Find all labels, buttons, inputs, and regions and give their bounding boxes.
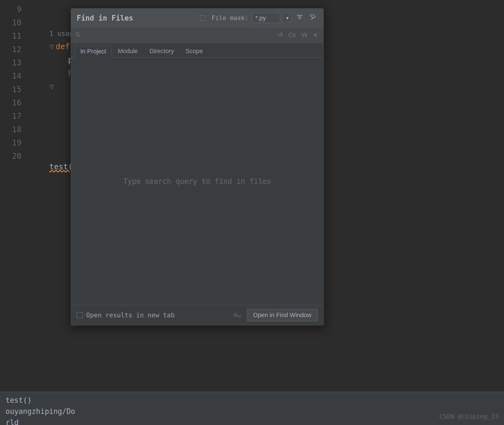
line-num-16: 16 [0, 96, 26, 110]
file-mask-dropdown[interactable]: ▾ [284, 14, 291, 23]
line-num-18: 18 [0, 123, 26, 136]
match-case-btn[interactable]: Cc [287, 30, 298, 40]
status-path-1: test() [6, 395, 498, 406]
line-num-11: 11 [0, 29, 26, 43]
open-in-find-window-btn[interactable]: Open in Find Window [247, 309, 318, 321]
fold-icon-2: ▽ [49, 82, 54, 91]
dialog-footer: Open results in new tab ⌘↵ Open in Find … [71, 305, 323, 325]
line-num-14: 14 [0, 70, 26, 83]
tab-module[interactable]: Module [113, 45, 143, 57]
open-new-tab-checkbox[interactable] [77, 312, 83, 318]
search-icon [75, 32, 81, 39]
status-path-3: rld [6, 417, 498, 425]
tab-in-project[interactable]: In Project [75, 45, 111, 58]
line-numbers: 9 10 11 12 13 14 15 16 17 18 19 20 [0, 0, 26, 425]
open-new-tab-label: Open results in new tab [86, 312, 175, 319]
search-actions: ↺ Cc W ∗ [276, 30, 320, 40]
status-path-2: ouyangzhiping/Do [6, 406, 498, 417]
svg-point-1 [76, 32, 79, 35]
line-num-20: 20 [0, 150, 26, 163]
file-mask-checkbox[interactable] [200, 15, 206, 21]
watermark: CSDN @Chiping_23 [440, 413, 498, 420]
whole-word-btn[interactable]: W [300, 30, 309, 40]
tab-directory[interactable]: Directory [144, 45, 179, 57]
line-num-19: 19 [0, 136, 26, 150]
titlebar-right: File mask: ▾ [200, 13, 318, 23]
search-input[interactable] [83, 31, 276, 39]
dialog-titlebar: Find in Files File mask: ▾ [71, 9, 323, 28]
results-area: Type search query to find in files [71, 58, 323, 305]
svg-line-0 [311, 18, 313, 19]
pin-icon-btn[interactable] [308, 13, 318, 23]
find-in-files-dialog[interactable]: Find in Files File mask: ▾ [71, 8, 324, 325]
line-num-13: 13 [0, 56, 26, 70]
line-num-10: 10 [0, 16, 26, 29]
footer-right: ⌘↵ Open in Find Window [234, 309, 318, 321]
dialog-title: Find in Files [77, 14, 133, 22]
file-mask-input[interactable] [252, 13, 280, 23]
fold-icon: ▽ [49, 42, 54, 51]
regex-back-btn[interactable]: ↺ [276, 30, 285, 40]
empty-results-message: Type search query to find in files [123, 177, 271, 186]
scope-tabs: In Project Module Directory Scope [71, 43, 323, 58]
line-num-17: 17 [0, 110, 26, 123]
regex-btn[interactable]: ∗ [311, 30, 320, 40]
shortcut-hint: ⌘↵ [234, 312, 241, 319]
file-mask-label: File mask: [212, 14, 248, 21]
svg-line-2 [79, 35, 80, 37]
filter-icon-btn[interactable] [295, 13, 305, 23]
search-bar[interactable]: ↺ Cc W ∗ [71, 28, 323, 43]
line-num-12: 12 [0, 43, 26, 56]
footer-left: Open results in new tab [77, 312, 175, 319]
line-num-15: 15 [0, 83, 26, 96]
tab-scope[interactable]: Scope [180, 45, 208, 57]
bottom-statusbar: test() ouyangzhiping/Do rld [0, 392, 504, 425]
line-num-9: 9 [0, 3, 26, 16]
